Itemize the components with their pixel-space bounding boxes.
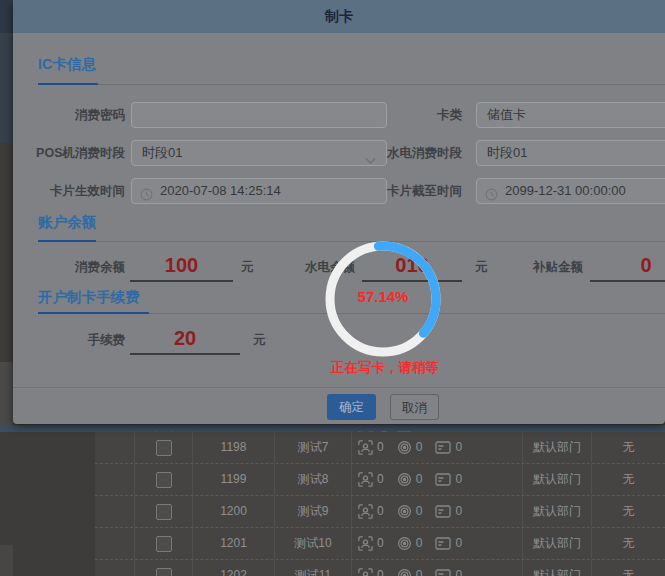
- start-time-input[interactable]: 2020-07-08 14:25:14: [131, 178, 387, 204]
- row-checkbox[interactable]: [156, 472, 172, 488]
- row-checkbox[interactable]: [156, 504, 172, 520]
- dialog-title: 制卡: [13, 0, 665, 33]
- section-fee-title: 开户制卡手续费: [38, 288, 140, 307]
- subsidy-label: 补贴金额: [533, 252, 583, 282]
- finger-count: 0: [416, 528, 423, 559]
- utility-period-select[interactable]: 时段01: [476, 140, 665, 166]
- row-name: 测试10: [275, 528, 352, 559]
- fingerprint-icon: [397, 536, 412, 551]
- utility-period-label: 水电消费时段: [350, 140, 462, 166]
- background-left-strip-bottom: [0, 545, 13, 576]
- finger-count: 0: [416, 496, 423, 527]
- face-count: 0: [377, 496, 384, 527]
- row-extra: 无: [592, 560, 665, 576]
- card-icon: [435, 505, 451, 518]
- progress-message: 正在写卡，请稍等: [331, 359, 439, 377]
- background-corner: [0, 0, 13, 33]
- row-extra: 无: [592, 432, 665, 463]
- table-row[interactable]: 1199 测试8 0 0 0 默认部门 无: [95, 464, 665, 496]
- card-count: 0: [455, 432, 462, 463]
- pos-period-label: POS机消费时段: [13, 140, 125, 166]
- face-count: 0: [377, 560, 384, 576]
- background-left-strip-light: [0, 362, 13, 425]
- row-extra: 无: [592, 496, 665, 527]
- row-name: 测试11: [275, 560, 352, 576]
- fee-unit: 元: [253, 325, 266, 355]
- card-making-screen: 1198 测试7 0 0 0 默认部门 无 1199 测试8 0 0: [0, 0, 665, 576]
- consume-balance-unit: 元: [241, 252, 254, 282]
- row-department: 默认部门: [523, 464, 592, 495]
- fee-label: 手续费: [13, 325, 125, 355]
- table-row[interactable]: 1198 测试7 0 0 0 默认部门 无: [95, 432, 665, 464]
- subsidy-value: 0: [590, 252, 665, 282]
- face-scan-icon: [358, 440, 373, 455]
- fingerprint-icon: [397, 440, 412, 455]
- row-department: 默认部门: [523, 528, 592, 559]
- background-left-strip: [0, 33, 13, 143]
- finger-count: 0: [416, 464, 423, 495]
- start-time-label: 卡片生效时间: [13, 178, 125, 204]
- row-id: 1200: [193, 496, 275, 527]
- end-time-label: 卡片截至时间: [350, 178, 462, 204]
- row-name: 测试7: [275, 432, 352, 463]
- row-extra: 无: [592, 528, 665, 559]
- clock-icon: [485, 185, 498, 204]
- fee-value: 20: [130, 325, 240, 355]
- fingerprint-icon: [397, 568, 412, 576]
- card-icon: [435, 569, 451, 576]
- employee-table: 1198 测试7 0 0 0 默认部门 无 1199 测试8 0 0: [95, 432, 665, 576]
- row-checkbox[interactable]: [156, 568, 172, 576]
- row-id: 1198: [193, 432, 275, 463]
- face-count: 0: [377, 432, 384, 463]
- fingerprint-icon: [397, 472, 412, 487]
- face-scan-icon: [358, 472, 373, 487]
- row-checkbox[interactable]: [156, 536, 172, 552]
- row-id: 1201: [193, 528, 275, 559]
- finger-count: 0: [416, 560, 423, 576]
- card-count: 0: [455, 464, 462, 495]
- face-count: 0: [377, 528, 384, 559]
- card-icon: [435, 473, 451, 486]
- progress-percent: 57.14%: [322, 288, 444, 305]
- face-scan-icon: [358, 536, 373, 551]
- row-department: 默认部门: [523, 560, 592, 576]
- row-department: 默认部门: [523, 496, 592, 527]
- card-count: 0: [455, 560, 462, 576]
- section-balance-title: 账户余额: [38, 213, 96, 232]
- password-input[interactable]: [131, 102, 387, 128]
- password-label: 消费密码: [13, 102, 125, 128]
- face-scan-icon: [358, 568, 373, 576]
- row-checkbox[interactable]: [156, 440, 172, 456]
- card-count: 0: [455, 496, 462, 527]
- table-row[interactable]: 1201 测试10 0 0 0 默认部门 无: [95, 528, 665, 560]
- row-id: 1199: [193, 464, 275, 495]
- row-id: 1202: [193, 560, 275, 576]
- face-scan-icon: [358, 504, 373, 519]
- end-time-input[interactable]: 2099-12-31 00:00:00: [476, 178, 665, 204]
- face-count: 0: [377, 464, 384, 495]
- row-department: 默认部门: [523, 432, 592, 463]
- section-divider: [38, 84, 665, 85]
- consume-balance-label: 消费余额: [13, 252, 125, 282]
- card-type-input[interactable]: 储值卡: [476, 102, 665, 128]
- card-icon: [435, 441, 451, 454]
- card-icon: [435, 537, 451, 550]
- footer-divider: [13, 387, 665, 388]
- row-extra: 无: [592, 464, 665, 495]
- table-row[interactable]: 1200 测试9 0 0 0 默认部门 无: [95, 496, 665, 528]
- clock-icon: [140, 185, 153, 204]
- cancel-button[interactable]: 取消: [390, 394, 439, 420]
- consume-balance-value: 100: [130, 252, 233, 282]
- finger-count: 0: [416, 432, 423, 463]
- ok-button[interactable]: 确定: [327, 394, 376, 420]
- utility-balance-unit: 元: [475, 252, 488, 282]
- section-ic-info-title: IC卡信息: [38, 55, 96, 74]
- card-type-label: 卡类: [350, 102, 462, 128]
- table-row[interactable]: 1202 测试11 0 0 0 默认部门 无: [95, 560, 665, 576]
- row-name: 测试8: [275, 464, 352, 495]
- pos-period-select[interactable]: 时段01: [131, 140, 387, 166]
- card-count: 0: [455, 528, 462, 559]
- fingerprint-icon: [397, 504, 412, 519]
- row-name: 测试9: [275, 496, 352, 527]
